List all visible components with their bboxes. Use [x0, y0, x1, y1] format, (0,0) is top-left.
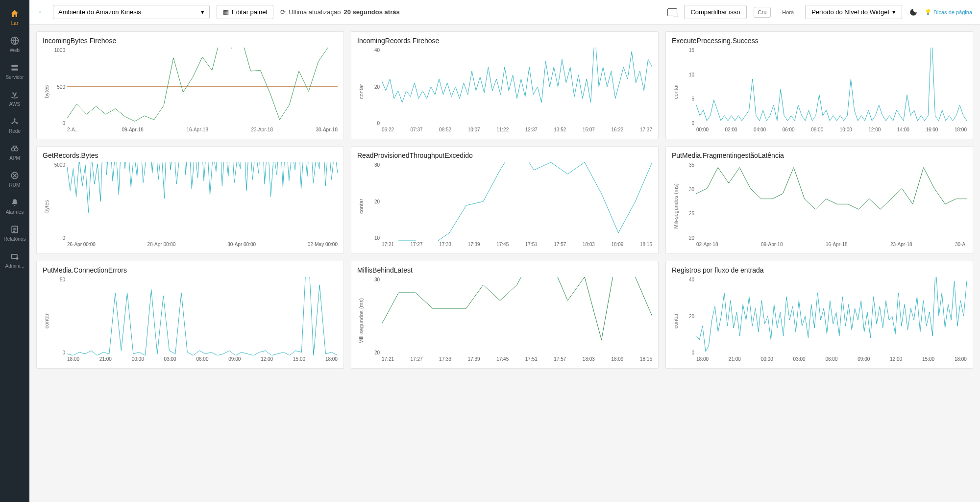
refresh-status[interactable]: ⟳ Ultima atualização 20 segundos atrás — [280, 8, 399, 16]
edit-panel-button[interactable]: ▦ Editar painel — [217, 5, 273, 19]
y-ticks: 151050 — [680, 48, 696, 126]
y-ticks: 500 — [50, 277, 67, 355]
chart-body: contar4020018:0021:0000:0003:0006:0009:0… — [672, 277, 967, 365]
chart-body: Mili-segundos (ms)3530252002-Apr-1809-Ap… — [672, 162, 967, 251]
sidebar-label: Lar — [11, 21, 18, 26]
x-ticks: 17:2117:2717:3317:3917:4517:5117:5718:03… — [382, 242, 652, 251]
chevron-down-icon: ▾ — [892, 8, 896, 16]
sidebar-item-network[interactable]: Rede — [0, 112, 29, 139]
y-axis-label: contar — [672, 48, 680, 136]
y-ticks: 302010 — [365, 162, 382, 241]
page-tips[interactable]: 💡 Dicas de página — [925, 9, 972, 15]
x-ticks: 26-Apr 00:0028-Apr 00:0030-Apr 00:0002-M… — [67, 242, 338, 251]
sidebar-label: Admini... — [5, 263, 24, 269]
sidebar-item-rum[interactable]: RUM — [0, 166, 29, 193]
y-axis-label: Mili-segundos (ms) — [357, 277, 365, 365]
dark-mode-icon[interactable] — [909, 8, 918, 17]
x-ticks: 17:2117:2717:3317:3917:4517:5117:5718:03… — [382, 356, 652, 365]
sidebar-item-admin[interactable]: Admini... — [0, 247, 29, 274]
rum-icon — [10, 171, 20, 180]
svg-point-11 — [16, 257, 19, 260]
x-ticks: 02-Apr-1809-Apr-1816-Apr-1823-Apr-1830-A… — [696, 242, 967, 251]
share-button[interactable]: Compartilhar isso — [684, 5, 746, 19]
chart-card-c6[interactable]: PutMedia.ConnectionErrorscontar50018:002… — [36, 261, 344, 369]
sidebar-label: APM — [9, 155, 20, 161]
x-ticks: 2-A...09-Apr-1816-Apr-1823-Apr-1830-Apr-… — [67, 127, 338, 136]
bell-icon — [10, 198, 20, 207]
network-icon — [10, 117, 20, 126]
bulb-icon: 💡 — [925, 9, 931, 15]
sidebar-label: Web — [10, 48, 20, 53]
y-ticks: 40200 — [365, 48, 382, 126]
y-ticks: 40200 — [680, 277, 696, 355]
sidebar-label: Relatórios — [3, 236, 25, 242]
y-axis-label: bytes — [43, 48, 50, 136]
chart-body: contar4020006:2207:3708:5210:0711:2212:3… — [357, 48, 652, 136]
sidebar-item-aws[interactable]: AWS — [0, 85, 29, 112]
chart-card-c5[interactable]: PutMedia.FragmentingestãoLatênciaMili-se… — [665, 146, 973, 254]
chart-title: GetRecords.Bytes — [43, 151, 338, 159]
aws-icon — [10, 90, 20, 100]
hour-button[interactable]: Hora — [778, 7, 798, 18]
y-ticks: 10005000 — [50, 48, 67, 126]
chart-title: MillisBehindLatest — [357, 266, 652, 274]
svg-point-3 — [14, 118, 15, 120]
sidebar-label: Servidor — [5, 75, 24, 80]
y-axis-label: contar — [357, 162, 365, 251]
home-icon — [10, 9, 20, 19]
svg-rect-1 — [11, 65, 18, 67]
chart-body: bytes5000026-Apr 00:0028-Apr 00:0030-Apr… — [43, 162, 338, 251]
chevron-down-icon: ▾ — [201, 8, 204, 16]
dashboard-name: Ambiente do Amazon Kinesis — [58, 8, 141, 16]
y-axis-label: contar — [43, 277, 50, 365]
chart-card-c0[interactable]: IncomingBytes Firehosebytes100050002-A..… — [36, 31, 344, 139]
raw-button[interactable]: Cru — [754, 7, 771, 18]
sidebar-item-home[interactable]: Lar — [0, 4, 29, 31]
chart-title: IncomingBytes Firehose — [43, 37, 338, 45]
report-icon — [10, 225, 20, 234]
y-axis-label: contar — [672, 277, 680, 365]
chart-title: PutMedia.ConnectionErrors — [43, 266, 338, 274]
sidebar-item-binoc[interactable]: APM — [0, 139, 29, 166]
y-axis-label: contar — [357, 48, 365, 136]
chart-body: contar50018:0021:0000:0003:0006:0009:001… — [43, 277, 338, 365]
admin-icon — [10, 251, 20, 261]
chart-body: contar15105000:0002:0004:0006:0008:0010:… — [672, 48, 967, 136]
server-icon — [10, 63, 20, 73]
chart-card-c7[interactable]: MillisBehindLatestMili-segundos (ms)3020… — [351, 261, 659, 369]
svg-point-6 — [11, 148, 15, 151]
dashboard-select[interactable]: Ambiente do Amazon Kinesis ▾ — [53, 5, 210, 19]
chart-title: Registros por fluxo de entrada — [672, 266, 967, 274]
x-ticks: 18:0021:0000:0003:0006:0009:0012:0015:00… — [696, 356, 967, 365]
chart-card-c2[interactable]: ExecuteProcessing.Successcontar15105000:… — [665, 31, 973, 139]
globe-icon — [10, 36, 20, 46]
chart-card-c3[interactable]: GetRecords.Bytesbytes5000026-Apr 00:0028… — [36, 146, 344, 254]
sidebar-item-globe[interactable]: Web — [0, 31, 29, 58]
edit-label: Editar painel — [232, 8, 267, 16]
chart-body: bytes100050002-A...09-Apr-1816-Apr-1823-… — [43, 48, 338, 136]
period-select[interactable]: Período do Nível do Widget ▾ — [805, 5, 902, 19]
chart-title: ExecuteProcessing.Success — [672, 37, 967, 45]
sidebar-label: RUM — [9, 182, 21, 188]
sidebar-label: Rede — [9, 128, 21, 134]
x-ticks: 00:0002:0004:0006:0008:0010:0012:0014:00… — [696, 127, 967, 136]
main: ← Ambiente do Amazon Kinesis ▾ ▦ Editar … — [29, 0, 980, 502]
chart-card-c8[interactable]: Registros por fluxo de entradacontar4020… — [665, 261, 973, 369]
y-ticks: 3020 — [365, 277, 382, 355]
sidebar-item-bell[interactable]: Alarmes — [0, 193, 29, 220]
sidebar-item-server[interactable]: Servidor — [0, 58, 29, 85]
chart-card-c1[interactable]: IncomingRecords Firehosecontar4020006:22… — [351, 31, 659, 139]
chart-title: PutMedia.FragmentingestãoLatência — [672, 151, 967, 159]
chart-title: IncomingRecords Firehose — [357, 37, 652, 45]
chart-card-c4[interactable]: ReadProvisionedThroughputExcedidocontar3… — [351, 146, 659, 254]
y-ticks: 35302520 — [680, 162, 696, 241]
x-ticks: 06:2207:3708:5210:0711:2212:3713:5215:07… — [382, 127, 652, 136]
sidebar-item-report[interactable]: Relatórios — [0, 220, 29, 247]
sidebar: LarWebServidorAWSRedeAPMRUMAlarmesRelató… — [0, 0, 29, 502]
sidebar-label: Alarmes — [6, 209, 24, 215]
cast-icon[interactable] — [667, 8, 677, 16]
y-axis-label: Mili-segundos (ms) — [672, 162, 680, 251]
back-button[interactable]: ← — [37, 7, 46, 17]
grid-icon: ▦ — [223, 8, 229, 16]
last-update-value: 20 segundos atrás — [344, 8, 400, 16]
